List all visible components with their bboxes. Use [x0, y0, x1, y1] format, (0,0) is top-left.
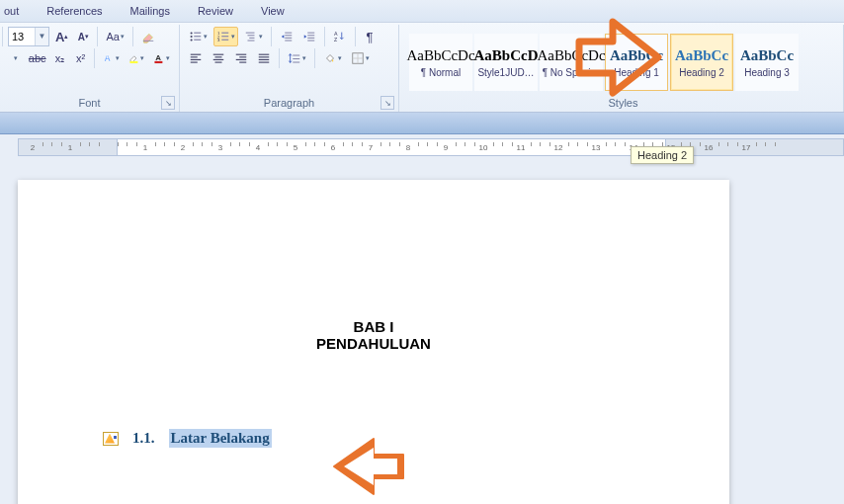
svg-rect-33: [191, 62, 198, 63]
ruler-tick: [464, 142, 465, 146]
svg-rect-31: [191, 56, 198, 57]
font-combo-edge[interactable]: ▾: [6, 48, 24, 68]
annotation-arrow-left: [326, 435, 405, 498]
font-size-input[interactable]: [9, 31, 35, 42]
line-spacing-button[interactable]: ▾: [285, 48, 309, 68]
style-item-heading-2[interactable]: AaBbCcHeading 2: [670, 34, 733, 91]
borders-icon: [351, 51, 365, 65]
highlight-button[interactable]: ▾: [126, 48, 148, 68]
heading-line[interactable]: 1.1. Latar Belakang: [103, 429, 729, 448]
paragraph-dialog-launcher[interactable]: ↘: [380, 96, 394, 110]
ruler-tick: [568, 142, 569, 146]
tab-review[interactable]: Review: [198, 5, 233, 17]
svg-rect-27: [307, 41, 314, 42]
style-item--normal[interactable]: AaBbCcDc¶ Normal: [409, 34, 472, 91]
align-left-button[interactable]: [186, 48, 206, 68]
borders-button[interactable]: ▾: [348, 48, 373, 68]
text-effect-icon: A: [103, 51, 115, 65]
ruler-tick: [531, 142, 532, 146]
justify-button[interactable]: [254, 48, 274, 68]
numbering-button[interactable]: 123▾: [213, 27, 238, 46]
font-size-combo[interactable]: ▼: [8, 27, 49, 46]
ruler-tick: [118, 142, 119, 146]
document-area[interactable]: BAB I PENDAHULUAN 1.1. Latar Belakang: [0, 158, 844, 504]
style-tooltip: Heading 2: [631, 146, 694, 164]
style-item-style1jud-[interactable]: AaBbCcDStyle1JUD…: [474, 34, 538, 91]
align-right-button[interactable]: [231, 48, 251, 68]
show-marks-button[interactable]: ¶: [361, 27, 379, 46]
ruler-tick: [80, 142, 81, 146]
svg-point-6: [191, 36, 193, 38]
shrink-font-button[interactable]: A▾: [74, 27, 92, 46]
svg-text:3: 3: [217, 38, 220, 42]
font-dialog-launcher[interactable]: ↘: [161, 96, 175, 110]
multilevel-icon: [244, 30, 258, 43]
grow-font-button[interactable]: A▴: [52, 27, 71, 46]
svg-rect-19: [248, 41, 255, 42]
increase-indent-button[interactable]: [299, 27, 319, 46]
shrink-font-label: A: [78, 32, 85, 42]
ruler-tick: [99, 142, 100, 146]
clear-formatting-button[interactable]: [138, 27, 158, 46]
multilevel-list-button[interactable]: ▾: [241, 27, 266, 46]
tab-mailings[interactable]: Mailings: [130, 5, 170, 17]
align-center-button[interactable]: [209, 48, 228, 68]
ruler-number: 9: [444, 143, 448, 152]
svg-rect-7: [194, 36, 201, 37]
ruler-tick: [399, 142, 400, 146]
ruler-tick: [718, 142, 719, 146]
font-color-icon: A: [153, 51, 165, 65]
ruler-tick: [587, 142, 588, 146]
svg-text:A: A: [156, 53, 162, 62]
decrease-indent-button[interactable]: [277, 27, 296, 46]
tab-view[interactable]: View: [261, 5, 285, 17]
text-effects-button[interactable]: A▾: [100, 48, 123, 68]
ruler-tick: [549, 142, 550, 146]
ruler-tick: [193, 142, 194, 146]
subscript-button[interactable]: x₂: [50, 48, 68, 68]
svg-rect-45: [259, 62, 270, 63]
change-case-label: Aa: [106, 31, 119, 42]
doc-title-line1[interactable]: BAB I: [18, 318, 729, 335]
ruler-number: 3: [218, 143, 222, 152]
separator: [132, 27, 133, 46]
svg-rect-24: [307, 33, 314, 34]
separator: [314, 48, 315, 68]
font-group-text: Font: [78, 97, 100, 109]
horizontal-ruler[interactable]: 211234567891011121314151617: [18, 138, 844, 156]
ruler-tick: [606, 142, 607, 146]
ruler-number: 10: [479, 143, 488, 152]
superscript-button[interactable]: x²: [71, 48, 89, 68]
paragraph-group-text: Paragraph: [264, 97, 314, 109]
chevron-down-icon[interactable]: ▼: [35, 28, 48, 45]
ruler-tick: [700, 142, 701, 146]
shading-button[interactable]: ▾: [320, 48, 345, 68]
sort-icon: AZ: [333, 30, 347, 43]
ruler-tick: [362, 142, 363, 146]
change-case-button[interactable]: Aa▾: [103, 27, 127, 46]
ribbon-subbar: [0, 113, 844, 134]
group-label-font: Font ↘: [6, 96, 173, 112]
grow-font-label: A: [55, 30, 64, 44]
svg-rect-34: [213, 54, 224, 55]
ruler-tick: [287, 142, 288, 146]
sort-button[interactable]: AZ: [330, 27, 350, 46]
ruler-number: 16: [705, 143, 714, 152]
svg-text:A: A: [105, 53, 112, 63]
style-item-heading-3[interactable]: AaBbCcHeading 3: [735, 34, 799, 91]
ruler-number: 4: [256, 143, 260, 152]
strike-button[interactable]: abc: [27, 48, 47, 68]
font-color-button[interactable]: A▾: [150, 48, 173, 68]
bullets-button[interactable]: ▾: [186, 27, 211, 46]
tab-references[interactable]: References: [46, 5, 102, 17]
heading-number[interactable]: 1.1.: [132, 430, 155, 447]
ruler-tick: [775, 142, 776, 146]
group-label-paragraph: Paragraph ↘: [186, 96, 392, 112]
doc-title-line2[interactable]: PENDAHULUAN: [18, 335, 729, 352]
ruler-tick: [418, 142, 419, 146]
svg-rect-44: [259, 59, 270, 60]
heading-text-selected[interactable]: Latar Belakang: [169, 429, 272, 448]
tab-layout[interactable]: out: [4, 5, 19, 17]
autocorrect-icon[interactable]: [103, 432, 119, 446]
highlighter-icon: [128, 51, 140, 65]
